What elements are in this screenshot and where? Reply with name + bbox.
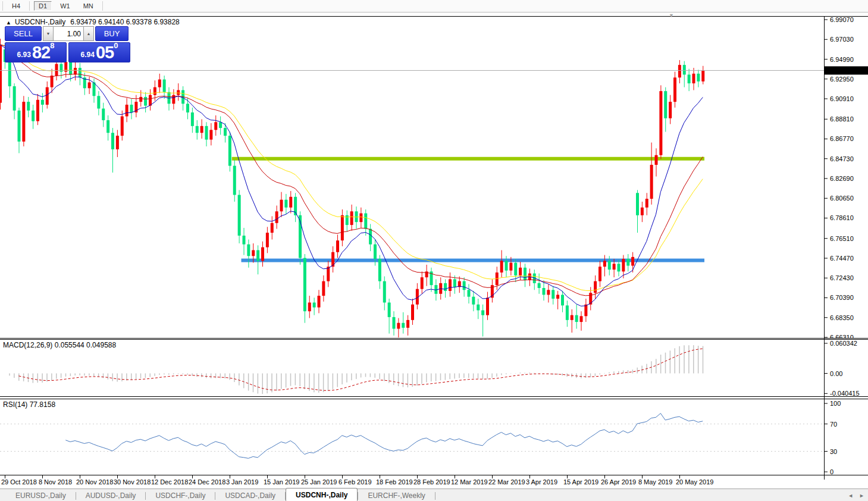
candle-body — [383, 281, 386, 303]
candle-body — [116, 136, 119, 149]
candle-body — [308, 302, 311, 311]
date-label: 3 Jan 2019 — [226, 478, 258, 486]
support-line[interactable] — [242, 259, 705, 262]
timeframe-toolbar: H4D1W1MN — [0, 0, 868, 12]
chart-tab-usdcad[interactable]: USDCAD-,Daily — [215, 490, 285, 501]
toolbar-separator — [102, 1, 103, 11]
price-axis-label: 6.94990 — [830, 56, 854, 63]
candle-body — [374, 245, 377, 259]
candle-body — [69, 62, 72, 74]
candle-body — [393, 317, 396, 329]
price-axis-label: 6.86770 — [830, 135, 854, 142]
candle-body — [378, 259, 381, 281]
candle-body — [468, 290, 471, 296]
date-label: 20 Nov 2018 — [76, 478, 113, 486]
timeframe-button-h4[interactable]: H4 — [7, 1, 25, 11]
chart-tab-eurusd[interactable]: EURUSD-,Daily — [6, 490, 76, 501]
candle-body — [622, 259, 625, 271]
buy-price-display[interactable]: 6.94 05 0 — [68, 42, 130, 62]
candle-body — [364, 214, 367, 229]
trade-panel-top-row: SELL ▼ ▲ BUY — [5, 26, 132, 41]
ma-mid-line — [0, 45, 703, 296]
date-label: 24 Dec 2018 — [189, 478, 225, 486]
candle-body — [79, 68, 82, 77]
candle-body — [439, 283, 442, 294]
candle-body — [111, 133, 114, 149]
price-axis-label: 6.76510 — [830, 235, 854, 242]
sell-price-display[interactable]: 6.93 82 8 — [5, 42, 67, 62]
price-axis[interactable]: 6.990706.970306.949906.929506.909106.888… — [825, 16, 868, 338]
panel-separator — [0, 339, 868, 340]
price-axis-label: 6.80650 — [830, 195, 854, 202]
candle-body — [683, 65, 686, 74]
timeframe-button-mn[interactable]: MN — [79, 1, 98, 11]
volume-increase-button[interactable]: ▲ — [83, 26, 94, 41]
rsi-axis-label: 0 — [830, 468, 833, 475]
candle-body — [369, 229, 372, 245]
candle-body — [449, 279, 452, 291]
candle-body — [196, 126, 199, 133]
chart-tab-usdchf[interactable]: USDCHF-,Daily — [146, 490, 215, 501]
price-axis-label: 6.88810 — [830, 115, 854, 123]
candle-body — [359, 214, 362, 223]
price-axis-label: 6.74470 — [830, 255, 854, 262]
candle-body — [697, 74, 700, 82]
candle-body — [18, 111, 21, 142]
candle-body — [594, 281, 597, 293]
date-label: 8 May 2019 — [638, 478, 672, 486]
tab-scroll-left-button[interactable]: ◄ — [848, 493, 853, 499]
chart-tab-usdcnh-active[interactable]: USDCNH-,Daily — [286, 488, 358, 501]
date-label: 8 Nov 2018 — [39, 478, 72, 486]
candle-body — [346, 215, 349, 225]
price-axis-border — [824, 17, 825, 480]
candle-body — [303, 258, 306, 311]
candle-body — [655, 155, 658, 165]
candle-body — [228, 136, 231, 166]
rsi-panel-canvas[interactable]: 10070300 — [0, 399, 868, 475]
price-axis-label: 6.84730 — [830, 155, 854, 162]
candle-body — [397, 323, 400, 329]
sell-button[interactable]: SELL — [5, 26, 42, 41]
collapse-triangle-icon[interactable]: ▲ — [6, 20, 11, 26]
buy-button[interactable]: BUY — [95, 26, 129, 41]
price-axis-label: 6.66310 — [830, 334, 854, 338]
candle-body — [477, 305, 480, 311]
rsi-value: 77.8158 — [30, 400, 55, 409]
macd-axis-label: 0.00 — [830, 370, 842, 377]
candle-body — [149, 95, 152, 106]
date-label: 12 Dec 2018 — [151, 478, 188, 486]
price-axis-label: 6.68350 — [830, 314, 854, 321]
candle-body — [22, 102, 25, 142]
rsi-axis-label: 70 — [830, 421, 837, 428]
candle-body — [8, 62, 11, 86]
chart-tab-eurchf[interactable]: EURCHF-,Weekly — [358, 490, 434, 501]
candle-body — [580, 316, 583, 322]
candle-body — [13, 86, 16, 111]
candle-body — [701, 71, 704, 82]
current-price-tag-label: 6.93828 — [830, 67, 854, 74]
one-click-trade-panel: SELL ▼ ▲ BUY 6.93 82 8 6.94 05 0 — [5, 26, 132, 62]
candle-body — [46, 87, 49, 105]
macd-panel-canvas[interactable]: 0.0603420.00-0.040415 — [0, 340, 868, 396]
ma-fast-line — [0, 45, 703, 306]
candle-body — [556, 295, 559, 299]
candle-body — [589, 293, 592, 305]
timeframe-button-w1[interactable]: W1 — [55, 1, 75, 11]
timeframe-button-d1[interactable]: D1 — [34, 1, 52, 11]
resistance-line[interactable] — [232, 157, 704, 161]
candle-body — [238, 195, 241, 236]
candle-body — [27, 102, 30, 111]
candle-body — [214, 122, 217, 130]
candle-body — [411, 305, 414, 320]
candle-body — [102, 108, 105, 120]
candle-body — [444, 283, 447, 291]
date-axis[interactable]: 29 Oct 20188 Nov 201820 Nov 201830 Nov 2… — [0, 475, 824, 488]
volume-input[interactable] — [54, 26, 83, 41]
price-axis-label: 6.78610 — [830, 214, 854, 221]
tab-scroll-right-button[interactable]: ► — [859, 493, 864, 499]
candle-body — [688, 74, 691, 83]
candle-body — [336, 240, 339, 252]
chart-tab-audusd[interactable]: AUDUSD-,Daily — [76, 490, 146, 501]
candle-body — [209, 130, 212, 139]
chart-title: ▲USDCNH-,Daily6.93479 6.94140 6.93378 6.… — [6, 18, 180, 26]
